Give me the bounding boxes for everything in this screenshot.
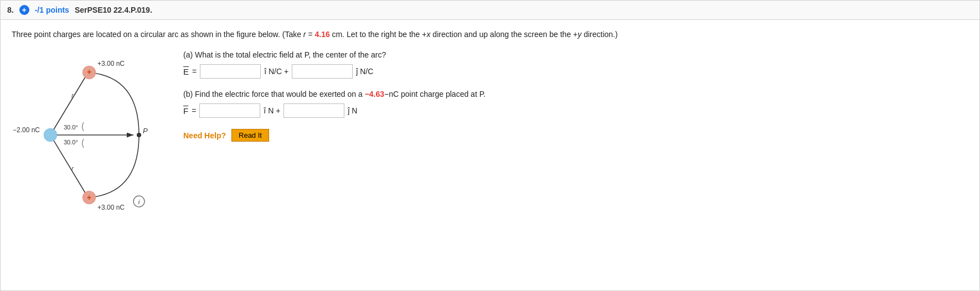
statement-post: direction.) [581,30,617,39]
part-b-unit-j: ĵ N [348,106,357,115]
part-a-input-y[interactable] [292,64,353,79]
part-b-label-post: −nC point charge placed at P. [384,90,486,98]
part-a: (a) What is the total electric field at … [183,49,968,79]
svg-text:P: P [143,127,148,135]
part-b-eq-symbol: F [183,106,188,116]
statement-pre: Three point charges are located on a cir… [12,30,303,39]
statement-mid: direction and up along the screen be the… [430,30,577,39]
part-b-input-x[interactable] [199,103,260,118]
part-b-charge-val: −4.63 [365,90,384,98]
svg-text:+3.00 nC: +3.00 nC [97,60,125,67]
help-row: Need Help? Read It [183,129,968,142]
figure-area: + + +3.00 nC −2.00 nC +3.00 nC [12,49,968,222]
part-b-equation: F = î N + ĵ N [183,103,968,118]
part-a-equation: E = î N/C + ĵ N/C [183,64,968,79]
svg-text:+: + [87,193,91,202]
part-a-unit-i: î N/C + [264,67,288,76]
question-body: Three point charges are located on a cir… [1,20,979,242]
points-text: -/1 points [35,6,69,14]
part-b-label-pre: (b) Find the electric force that would b… [183,90,365,98]
parts-area: (a) What is the total electric field at … [183,49,968,142]
part-a-input-x[interactable] [200,64,261,79]
equals-sign: = [306,30,315,39]
svg-text:+3.00 nC: +3.00 nC [97,204,125,211]
question-number: 8. [7,6,14,14]
part-b: (b) Find the electric force that would b… [183,89,968,118]
need-help-label: Need Help? [183,131,226,140]
read-it-button[interactable]: Read It [231,129,269,142]
part-b-unit-i: î N + [264,106,280,115]
svg-text:30.0°: 30.0° [64,139,78,146]
svg-text:−2.00 nC: −2.00 nC [13,126,40,134]
svg-text:i: i [138,199,140,205]
part-b-equals: = [192,106,196,115]
add-icon[interactable]: + [19,5,29,15]
part-a-eq-symbol: E [183,67,189,76]
problem-statement: Three point charges are located on a cir… [12,29,968,40]
r-unit: cm. Let to the right be the + [330,30,427,39]
svg-point-6 [44,128,57,142]
svg-text:30.0°: 30.0° [64,124,78,131]
svg-text:+: + [87,67,91,76]
part-a-equals: = [192,67,197,76]
svg-figure: + + +3.00 nC −2.00 nC +3.00 nC [12,49,167,222]
part-b-label: (b) Find the electric force that would b… [183,89,968,100]
part-b-input-y[interactable] [283,103,344,118]
problem-id: SerPSE10 22.4.P.019. [75,6,152,14]
question-header: 8. + -/1 points SerPSE10 22.4.P.019. [1,1,979,20]
r-value: 4.16 [314,30,329,39]
part-a-label: (a) What is the total electric field at … [183,49,968,61]
question-container: 8. + -/1 points SerPSE10 22.4.P.019. Thr… [0,0,980,291]
part-a-unit-j: ĵ N/C [356,67,373,76]
svg-point-9 [137,133,141,137]
svg-text:r: r [71,165,74,173]
